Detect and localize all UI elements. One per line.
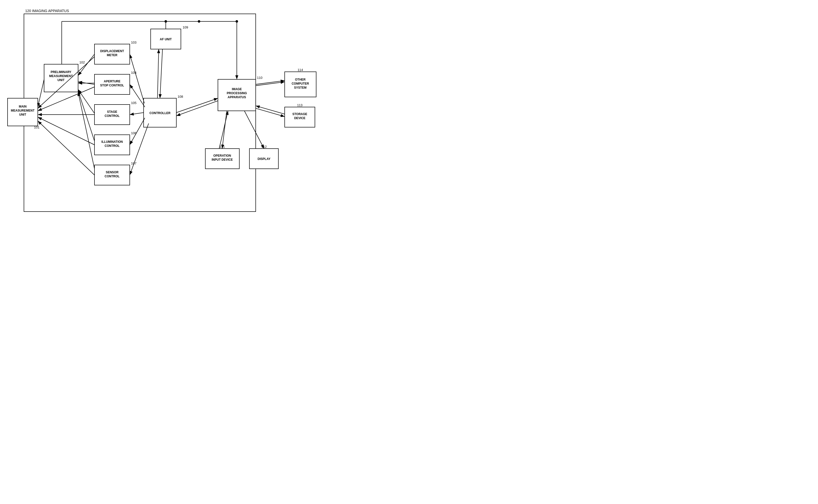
line-illumination-to-prelim: [78, 91, 94, 141]
label-110: 110: [257, 76, 263, 80]
line-imgproc-to-storage: [256, 108, 285, 117]
junction-dot-2: [198, 20, 200, 23]
imaging-apparatus-box: [24, 14, 256, 212]
svg-text:IMAGE: IMAGE: [232, 87, 242, 91]
line-imgproc-to-ctrl: [176, 101, 218, 116]
svg-text:COMPUTER: COMPUTER: [292, 82, 309, 85]
svg-text:PRELIMINARY: PRELIMINARY: [51, 70, 71, 74]
line-imgproc-to-display: [244, 111, 264, 149]
svg-text:PROCESSING: PROCESSING: [227, 91, 247, 95]
svg-text:INPUT DEVICE: INPUT DEVICE: [212, 158, 233, 161]
label-108: 108: [178, 95, 183, 98]
svg-text:CONTROL: CONTROL: [105, 175, 119, 178]
svg-text:CONTROLLER: CONTROLLER: [149, 111, 171, 115]
label-102: 102: [79, 60, 85, 64]
label-114: 114: [298, 68, 303, 72]
svg-text:UNIT: UNIT: [19, 113, 26, 116]
line-prelim-to-main: [38, 79, 44, 107]
line-ctrl-to-displace: [130, 54, 144, 103]
svg-text:STOP CONTROL: STOP CONTROL: [100, 84, 124, 87]
line-controller-to-imgproc: [176, 98, 218, 113]
label-113: 113: [297, 103, 303, 107]
main-measurement-label: MAIN: [19, 105, 27, 108]
junction-dot-3: [236, 20, 238, 23]
svg-text:APPARATUS: APPARATUS: [228, 95, 246, 99]
imaging-apparatus-label: 120 IMAGING APPARATUS: [25, 9, 69, 13]
line-stage-to-prelim: [78, 89, 94, 113]
svg-text:CONTROL: CONTROL: [105, 114, 119, 118]
svg-text:CONTROL: CONTROL: [105, 144, 119, 148]
line-imgproc-to-opdevice: [222, 111, 227, 149]
line-illumination-to-main: [38, 117, 94, 145]
svg-text:UNIT: UNIT: [57, 78, 65, 82]
image-processing-box: [218, 79, 256, 111]
preliminary-measurement-box: [44, 64, 78, 92]
svg-text:MEASUREMENT: MEASUREMENT: [49, 74, 73, 78]
svg-text:MEASUREMENT: MEASUREMENT: [11, 109, 35, 112]
label-103: 103: [131, 41, 137, 44]
diagram-container: 120 IMAGING APPARATUS MAIN MEASUREMENT U…: [0, 0, 409, 252]
svg-text:DISPLAY: DISPLAY: [258, 157, 271, 161]
label-109: 109: [183, 25, 188, 29]
svg-text:OPERATION: OPERATION: [213, 154, 231, 157]
svg-text:ILLUMINATION: ILLUMINATION: [101, 140, 123, 144]
svg-text:SENSOR: SENSOR: [106, 171, 119, 174]
line-ctrl-to-stage: [130, 113, 144, 115]
svg-text:APERTURE: APERTURE: [104, 80, 120, 83]
svg-text:OTHER: OTHER: [295, 78, 306, 81]
line-displace-to-prelim: [78, 54, 94, 76]
svg-text:STAGE: STAGE: [107, 110, 117, 114]
label-105: 105: [131, 101, 137, 105]
svg-text:AF UNIT: AF UNIT: [160, 38, 172, 41]
line-sensor-to-prelim: [78, 92, 94, 169]
line-af-to-controller: [160, 49, 162, 98]
line-controller-to-af: [157, 49, 159, 98]
svg-text:DISPLACEMENT: DISPLACEMENT: [100, 49, 124, 53]
svg-text:METER: METER: [107, 53, 117, 57]
svg-text:DEVICE: DEVICE: [294, 116, 306, 120]
svg-text:SYSTEM: SYSTEM: [294, 86, 306, 89]
svg-text:STORAGE: STORAGE: [292, 112, 307, 116]
label-101: 101: [34, 125, 40, 129]
line-opdevice-to-imgproc: [219, 111, 228, 149]
line-storage-to-imgproc: [256, 106, 285, 114]
